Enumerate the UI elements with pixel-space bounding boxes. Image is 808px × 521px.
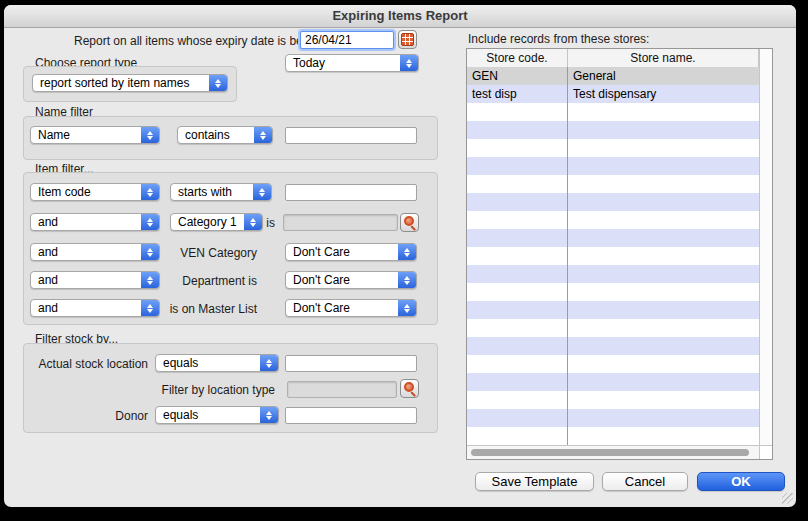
store-name-cell: [568, 121, 759, 139]
store-row-empty[interactable]: [467, 157, 759, 175]
save-template-button[interactable]: Save Template: [475, 472, 594, 491]
conjunction-popup-1[interactable]: and: [30, 213, 160, 231]
stores-label: Include records from these stores:: [468, 32, 649, 46]
popup-value: Category 1: [171, 215, 244, 229]
stock-location-value-input[interactable]: [285, 355, 417, 372]
store-name-cell: [568, 283, 759, 301]
store-name-cell: [568, 355, 759, 373]
report-type-popup[interactable]: report sorted by item names: [32, 74, 228, 92]
store-row-empty[interactable]: [467, 373, 759, 391]
store-row-empty[interactable]: [467, 301, 759, 319]
up-down-arrows-icon: [398, 244, 416, 260]
store-code-cell: GEN: [467, 67, 568, 85]
store-name-cell: [568, 319, 759, 337]
category-lookup-button[interactable]: [400, 213, 419, 232]
resize-grip[interactable]: [782, 493, 793, 504]
popup-value: Item code: [31, 185, 141, 199]
store-row-empty[interactable]: [467, 139, 759, 157]
popup-value: report sorted by item names: [33, 76, 209, 90]
cancel-button[interactable]: Cancel: [602, 472, 688, 491]
item-field-popup[interactable]: Item code: [30, 183, 160, 201]
popup-value: and: [31, 245, 141, 259]
ok-button[interactable]: OK: [697, 472, 785, 491]
store-code-cell: [467, 301, 568, 319]
name-operator-popup[interactable]: contains: [177, 126, 273, 144]
popup-value: Don't Care: [286, 301, 398, 315]
expiring-items-report-dialog: Expiring Items Report Report on all item…: [4, 5, 796, 507]
store-name-cell: [568, 139, 759, 157]
calendar-picker-button[interactable]: [398, 30, 417, 49]
store-code-cell: [467, 337, 568, 355]
item-operator-popup[interactable]: starts with: [170, 183, 272, 201]
popup-value: Name: [31, 128, 141, 142]
store-row-empty[interactable]: [467, 121, 759, 139]
popup-value: contains: [178, 128, 254, 142]
category-is-label: is: [244, 216, 275, 230]
vertical-scrollbar[interactable]: [759, 49, 772, 445]
store-name-cell: General: [568, 67, 759, 85]
store-table: Store code. Store name. GEN General test…: [466, 48, 773, 460]
store-row-empty[interactable]: [467, 193, 759, 211]
date-preset-popup[interactable]: Today: [285, 54, 419, 72]
store-code-cell: [467, 247, 568, 265]
name-field-popup[interactable]: Name: [30, 126, 160, 144]
store-row-empty[interactable]: [467, 229, 759, 247]
popup-value: Today: [286, 56, 400, 70]
master-list-popup[interactable]: Don't Care: [285, 299, 417, 317]
store-row-empty[interactable]: [467, 409, 759, 427]
store-row-empty[interactable]: [467, 355, 759, 373]
stock-location-label: Actual stock location: [24, 357, 148, 371]
store-name-cell: [568, 247, 759, 265]
store-row-empty[interactable]: [467, 247, 759, 265]
calendar-icon: [401, 33, 414, 46]
ven-category-popup[interactable]: Don't Care: [285, 243, 417, 261]
ven-category-label: VEN Category: [134, 246, 257, 260]
magnifier-icon: [403, 216, 416, 229]
horizontal-scrollbar[interactable]: [467, 445, 759, 459]
store-name-cell: [568, 103, 759, 121]
store-row-empty[interactable]: [467, 265, 759, 283]
store-row-gen[interactable]: GEN General: [467, 67, 759, 85]
popup-value: equals: [156, 408, 260, 422]
title-bar[interactable]: Expiring Items Report: [4, 5, 796, 28]
store-row-empty[interactable]: [467, 103, 759, 121]
name-filter-value-input[interactable]: [285, 127, 417, 144]
store-name-cell: [568, 373, 759, 391]
stock-location-operator-popup[interactable]: equals: [155, 354, 279, 372]
store-row-empty[interactable]: [467, 211, 759, 229]
up-down-arrows-icon: [254, 127, 272, 143]
store-name-cell: Test dispensary: [568, 85, 759, 103]
column-header-store-code[interactable]: Store code.: [467, 49, 568, 67]
store-name-cell: [568, 175, 759, 193]
store-row-empty[interactable]: [467, 427, 759, 445]
store-row-test-disp[interactable]: test disp Test dispensary: [467, 85, 759, 103]
store-code-cell: [467, 409, 568, 427]
donor-value-input[interactable]: [285, 407, 417, 424]
popup-value: and: [31, 273, 141, 287]
popup-value: starts with: [171, 185, 253, 199]
up-down-arrows-icon: [141, 127, 159, 143]
store-row-empty[interactable]: [467, 337, 759, 355]
up-down-arrows-icon: [398, 272, 416, 288]
store-row-empty[interactable]: [467, 283, 759, 301]
item-filter-value-input[interactable]: [285, 184, 417, 201]
expiry-date-input[interactable]: [300, 31, 394, 49]
popup-value: and: [31, 215, 141, 229]
store-table-header: Store code. Store name.: [467, 49, 772, 68]
column-header-store-name[interactable]: Store name.: [568, 49, 759, 67]
up-down-arrows-icon: [253, 184, 271, 200]
horizontal-scrollbar-thumb[interactable]: [471, 449, 749, 456]
donor-operator-popup[interactable]: equals: [155, 406, 279, 424]
store-code-cell: [467, 373, 568, 391]
location-type-lookup-button[interactable]: [400, 379, 419, 398]
department-popup[interactable]: Don't Care: [285, 271, 417, 289]
store-row-empty[interactable]: [467, 319, 759, 337]
store-row-empty[interactable]: [467, 391, 759, 409]
store-row-empty[interactable]: [467, 175, 759, 193]
up-down-arrows-icon: [260, 355, 278, 371]
store-code-cell: [467, 283, 568, 301]
screen: Expiring Items Report Report on all item…: [0, 0, 808, 521]
up-down-arrows-icon: [260, 407, 278, 423]
store-name-cell: [568, 409, 759, 427]
store-name-cell: [568, 157, 759, 175]
